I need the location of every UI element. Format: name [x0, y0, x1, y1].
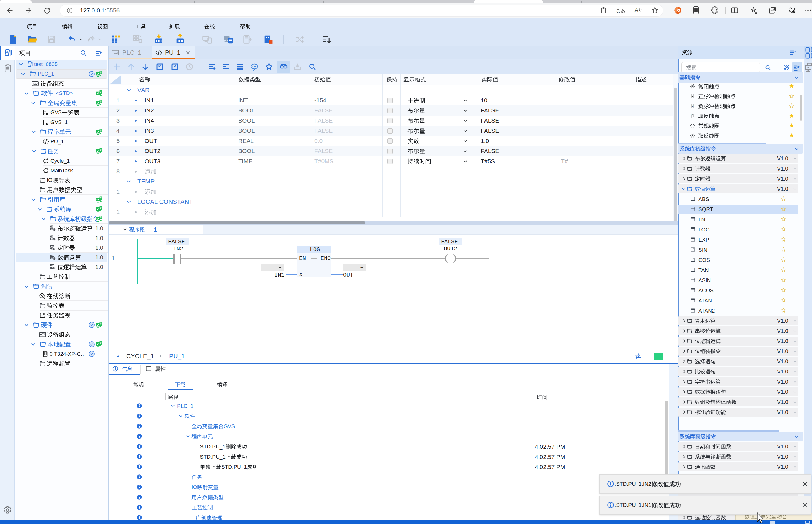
svg-text:NOT: NOT [691, 113, 695, 115]
svg-text:P: P [692, 95, 693, 98]
svg-text:N: N [692, 105, 694, 108]
